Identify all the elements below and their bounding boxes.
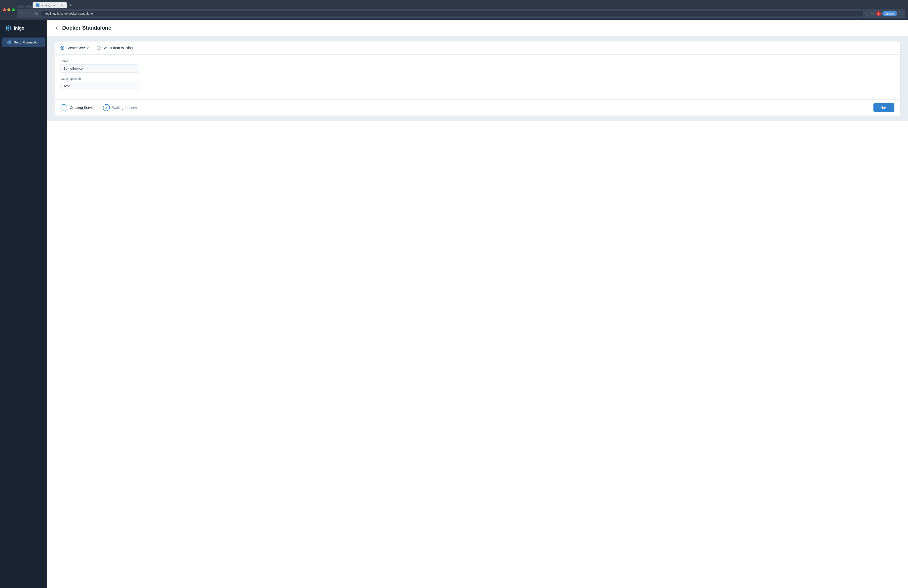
menu-button[interactable]: ⋮: [898, 11, 903, 16]
name-input[interactable]: [60, 64, 139, 72]
svg-point-2: [10, 41, 11, 42]
tab-title: app.inigo.io: [41, 4, 59, 6]
sidebar: inigo Setup Connection: [0, 20, 47, 588]
extensions-button[interactable]: ⊞: [865, 11, 869, 16]
bookmark-button[interactable]: ☆: [871, 11, 874, 16]
label-field-label: Label (optional): [60, 77, 894, 81]
browser-controls: app.inigo.io ✕ + ← → ↻ ⊞ ☆ S Update ⋮: [3, 2, 905, 18]
address-bar-row: ← → ↻ ⊞ ☆ S Update ⋮: [17, 10, 905, 18]
create-service-radio-indicator: [60, 46, 64, 50]
app-layout: inigo Setup Connection: [0, 20, 908, 588]
form-area: Name Label (optional): [55, 55, 900, 100]
next-button[interactable]: Next: [873, 103, 894, 112]
svg-line-5: [9, 42, 10, 43]
update-button[interactable]: Update: [882, 11, 897, 16]
page-header: Docker Standalone: [47, 20, 908, 36]
waiting-for-service-label: Waiting for service: [112, 106, 141, 110]
svg-point-3: [10, 43, 11, 44]
logo-text: inigo: [14, 26, 24, 31]
svg-line-4: [9, 42, 10, 42]
browser-tab-inactive2[interactable]: [25, 5, 32, 8]
sidebar-item-label-setup: Setup Connection: [14, 40, 39, 44]
content-area: Create Service Select from existing Name: [47, 36, 908, 121]
forward-navigation-button[interactable]: →: [27, 11, 32, 16]
traffic-lights: [3, 8, 15, 11]
loading-spinner: [60, 104, 68, 111]
creating-service-label: Creating Service: [70, 106, 95, 110]
creating-service-status: Creating Service: [60, 104, 95, 111]
status-bar: Creating Service 2 Waiting for service N…: [55, 100, 900, 116]
select-existing-label: Select from existing: [103, 46, 133, 50]
select-existing-radio[interactable]: Select from existing: [97, 46, 133, 50]
tab-bar: app.inigo.io ✕ +: [17, 2, 905, 8]
close-window-button[interactable]: [3, 8, 6, 11]
maximize-window-button[interactable]: [12, 8, 15, 11]
page-title: Docker Standalone: [62, 25, 111, 31]
name-label: Name: [60, 60, 894, 63]
step-number: 2: [105, 106, 107, 110]
browser-chrome: app.inigo.io ✕ + ← → ↻ ⊞ ☆ S Update ⋮: [0, 0, 908, 20]
setup-connection-icon: [7, 40, 11, 44]
back-navigation-button[interactable]: ←: [19, 11, 25, 16]
select-existing-radio-indicator: [97, 46, 101, 50]
tab-close-button[interactable]: ✕: [60, 3, 64, 7]
new-tab-button[interactable]: +: [68, 2, 74, 8]
tab-favicon: [36, 3, 39, 7]
sidebar-logo: inigo: [0, 25, 47, 37]
name-form-group: Name: [60, 60, 894, 72]
refresh-navigation-button[interactable]: ↻: [34, 11, 39, 16]
status-items: Creating Service 2 Waiting for service: [60, 104, 140, 111]
minimize-window-button[interactable]: [7, 8, 10, 11]
svg-point-1: [8, 42, 9, 43]
create-service-radio[interactable]: Create Service: [60, 46, 89, 50]
profile-button[interactable]: S: [876, 11, 881, 16]
browser-actions: ⊞ ☆ S Update ⋮: [865, 11, 903, 16]
svg-point-0: [7, 27, 10, 29]
browser-tab-active[interactable]: app.inigo.io ✕: [32, 2, 67, 8]
address-bar-input[interactable]: [41, 11, 863, 16]
step-badge: 2: [103, 104, 110, 111]
waiting-for-service-status: 2 Waiting for service: [103, 104, 141, 111]
create-service-label: Create Service: [66, 46, 89, 50]
back-button[interactable]: [54, 26, 59, 31]
inigo-logo-icon: [5, 25, 12, 32]
main-content: Docker Standalone Create Service Select …: [47, 20, 908, 588]
page-wrapper: Docker Standalone Create Service Select …: [47, 20, 908, 588]
label-form-group: Label (optional): [60, 77, 894, 90]
label-input[interactable]: [60, 82, 139, 90]
sidebar-item-setup-connection[interactable]: Setup Connection: [2, 37, 45, 47]
browser-tab-inactive[interactable]: [17, 5, 24, 8]
main-card: Create Service Select from existing Name: [54, 41, 901, 116]
radio-row: Create Service Select from existing: [55, 42, 900, 55]
